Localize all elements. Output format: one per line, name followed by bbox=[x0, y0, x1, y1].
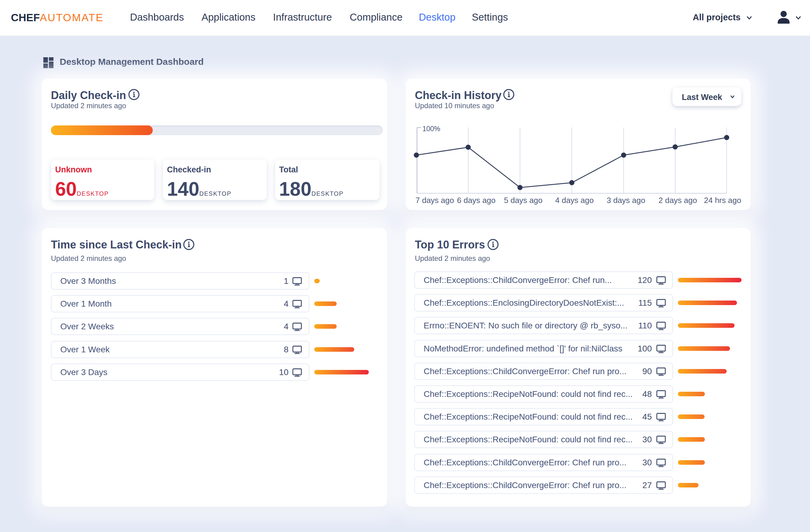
svg-text:100%: 100% bbox=[422, 125, 440, 133]
